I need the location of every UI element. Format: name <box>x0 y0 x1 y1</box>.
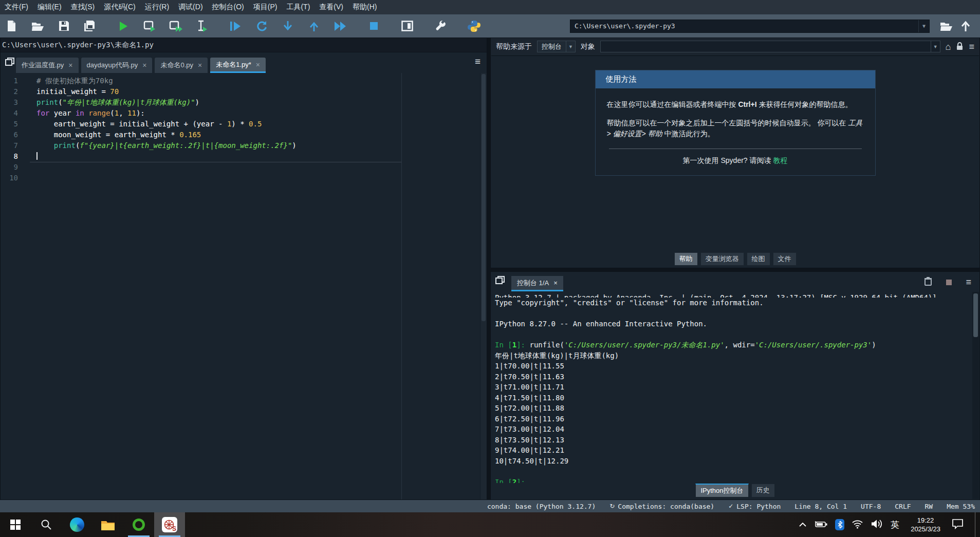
editor-tab[interactable]: 未命名0.py× <box>155 58 208 73</box>
menu-item[interactable]: 源代码(C) <box>99 3 140 12</box>
run-selection-button[interactable] <box>195 19 209 33</box>
pane-tab-IPython控制台[interactable]: IPython控制台 <box>695 484 748 497</box>
line-number: 5 <box>1 119 18 129</box>
debug-file-icon <box>229 21 242 32</box>
menu-item[interactable]: 查看(V) <box>315 3 348 12</box>
code-editor[interactable]: 12345678910 # 假使初始体重为70kginitial_weight … <box>1 73 487 499</box>
battery-icon[interactable] <box>814 520 828 530</box>
parent-directory-button[interactable] <box>958 19 973 33</box>
preferences-button[interactable] <box>433 19 448 33</box>
clock[interactable]: 19:22 2025/3/23 <box>911 516 940 533</box>
debug-file-button[interactable] <box>228 19 243 33</box>
chevron-down-icon[interactable]: ▼ <box>931 41 940 52</box>
windows-taskbar: S 英 19:22 2025/3/23 <box>0 512 980 537</box>
editor-tab-label: 未命名1.py* <box>216 60 251 69</box>
help-options-menu-icon[interactable]: ≡ <box>969 42 974 51</box>
ime-indicator[interactable]: 英 <box>891 519 899 531</box>
save-button[interactable] <box>57 19 71 33</box>
menu-item[interactable]: 控制台(O) <box>208 3 249 12</box>
close-icon[interactable]: × <box>553 279 558 287</box>
editor-tab[interactable]: daydayup代码.py× <box>81 58 153 73</box>
chevron-down-icon[interactable]: ▼ <box>566 41 575 52</box>
pane-tab-变量浏览器[interactable]: 变量浏览器 <box>700 252 744 266</box>
help-source-combo[interactable]: 控制台 ▼ <box>537 41 576 52</box>
line-number: 6 <box>1 129 18 140</box>
show-desktop-button[interactable] <box>975 512 978 537</box>
run-cell-button[interactable] <box>142 19 157 33</box>
run-selection-icon <box>197 20 207 32</box>
code-line <box>30 173 479 184</box>
tab-close-icon[interactable]: × <box>198 61 202 69</box>
pane-tab-文件[interactable]: 文件 <box>773 252 797 266</box>
tab-close-icon[interactable]: × <box>256 61 260 69</box>
console-tab[interactable]: 控制台 1/A × <box>511 276 563 291</box>
browse-tabs-icon[interactable] <box>495 276 505 287</box>
interrupt-kernel-icon[interactable] <box>946 280 952 285</box>
continue-button[interactable] <box>333 19 347 33</box>
green-ring-app-button[interactable] <box>123 512 154 537</box>
menu-item[interactable]: 查找(S) <box>66 3 100 12</box>
tab-close-icon[interactable]: × <box>68 61 72 69</box>
run-cell-advance-button[interactable] <box>169 19 183 33</box>
spyder-taskbar-button[interactable]: S <box>154 512 185 537</box>
editor-tab[interactable]: 未命名1.py*× <box>210 58 266 73</box>
home-icon[interactable]: ⌂ <box>946 42 951 51</box>
new-file-button[interactable] <box>4 19 19 33</box>
wifi-icon[interactable] <box>852 519 863 531</box>
menu-item[interactable]: 文件(F) <box>0 3 33 12</box>
rerun-cell-button[interactable] <box>254 19 269 33</box>
tray-expand-chevron-icon[interactable] <box>799 520 807 529</box>
chevron-down-icon[interactable]: ▼ <box>918 20 929 32</box>
menu-item[interactable]: 调试(D) <box>174 3 207 12</box>
console-scrollbar[interactable] <box>972 292 979 499</box>
menu-item[interactable]: 工具(T) <box>282 3 315 12</box>
step-return-button[interactable] <box>307 19 321 33</box>
tab-close-icon[interactable]: × <box>142 61 146 69</box>
help-content: 使用方法 在这里你可以通过在编辑器或者终端中按 Ctrl+I 来获得任何对象的帮… <box>491 55 979 251</box>
edge-button[interactable] <box>62 512 93 537</box>
open-file-button[interactable] <box>30 19 45 33</box>
editor-tab[interactable]: 作业温度值.py× <box>16 58 79 73</box>
editor-scrollbar[interactable] <box>480 73 487 499</box>
menu-item[interactable]: 运行(R) <box>140 3 174 12</box>
browse-tabs-icon[interactable] <box>5 58 15 68</box>
lock-icon[interactable] <box>956 42 964 52</box>
step-into-button[interactable] <box>281 19 295 33</box>
file-explorer-button[interactable] <box>93 512 123 537</box>
menu-item[interactable]: 项目(P) <box>249 3 282 12</box>
code-line <box>30 162 479 173</box>
pane-tab-帮助[interactable]: 帮助 <box>674 252 698 266</box>
browse-directory-button[interactable] <box>939 19 953 33</box>
tutorial-link[interactable]: 教程 <box>773 156 787 164</box>
console-options-menu-icon[interactable]: ≡ <box>966 277 971 287</box>
console-line: 2|t70.50|t|11.63 <box>495 372 971 382</box>
run-file-button[interactable] <box>116 19 131 33</box>
help-object-input[interactable]: ▼ <box>600 41 940 52</box>
folder-icon <box>940 21 953 31</box>
working-directory-combo[interactable]: C:\Users\user\.spyder-py3 ▼ <box>570 20 930 33</box>
save-all-button[interactable] <box>83 19 97 33</box>
action-center-icon[interactable] <box>952 519 964 531</box>
stop-button[interactable] <box>366 19 381 33</box>
python-env-button[interactable] <box>467 19 481 33</box>
main-toolbar: C:\Users\user\.spyder-py3 ▼ <box>0 14 980 38</box>
help-source-label: 帮助来源于 <box>496 42 532 51</box>
console-output[interactable]: Python 3.12.7 | packaged by Anaconda, In… <box>491 292 971 483</box>
editor-options-menu-icon[interactable]: ≡ <box>475 56 480 67</box>
menu-item[interactable]: 帮助(H) <box>348 3 381 12</box>
line-number: 10 <box>1 173 18 183</box>
console-line: 10|t74.50|t|12.29 <box>495 456 971 467</box>
console-line: 5|t72.00|t|11.88 <box>495 403 971 414</box>
pane-tab-历史[interactable]: 历史 <box>751 484 775 497</box>
bluetooth-icon[interactable] <box>835 519 844 530</box>
volume-icon[interactable] <box>871 519 883 531</box>
maximize-pane-button[interactable] <box>400 19 414 33</box>
start-button[interactable] <box>0 512 31 537</box>
pane-tab-绘图[interactable]: 绘图 <box>747 252 770 266</box>
file-explorer-icon <box>101 519 115 531</box>
arrow-down-icon <box>283 20 293 32</box>
search-button[interactable] <box>31 512 62 537</box>
trash-icon[interactable] <box>924 276 932 288</box>
menu-item[interactable]: 编辑(E) <box>33 3 66 12</box>
status-item: ↻Completions: conda(base) <box>609 503 714 510</box>
